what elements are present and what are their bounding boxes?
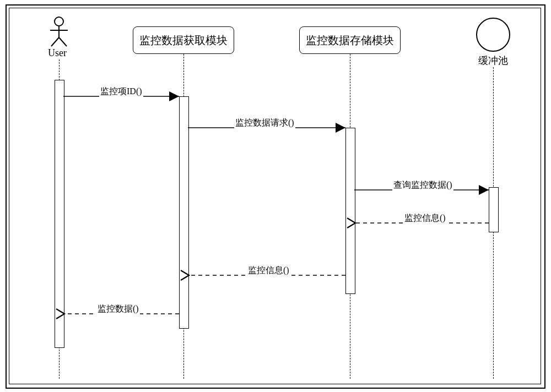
svg-line-4 bbox=[59, 37, 67, 46]
activation-user bbox=[55, 80, 64, 348]
label-m3: 查询监控数据() bbox=[392, 179, 453, 191]
activation-store bbox=[345, 128, 355, 294]
actor-user-label: User bbox=[48, 47, 67, 59]
label-m1: 监控项ID() bbox=[99, 86, 143, 97]
activation-acquire bbox=[179, 96, 189, 329]
participant-store-box: 监控数据存储模块 bbox=[299, 26, 401, 54]
label-m6: 监控数据() bbox=[96, 303, 140, 315]
participant-pool-icon bbox=[475, 17, 511, 53]
label-m2: 监控数据请求() bbox=[234, 117, 295, 129]
participant-acquire-label: 监控数据获取模块 bbox=[139, 33, 228, 48]
svg-point-5 bbox=[477, 18, 510, 51]
participant-store-label: 监控数据存储模块 bbox=[306, 33, 394, 48]
label-m5: 监控信息() bbox=[247, 265, 290, 276]
inner-border bbox=[9, 8, 541, 384]
actor-user-icon bbox=[47, 17, 71, 47]
activation-pool bbox=[489, 187, 499, 232]
svg-point-0 bbox=[55, 17, 63, 26]
label-m4: 监控信息() bbox=[403, 213, 447, 224]
svg-line-3 bbox=[51, 37, 59, 46]
participant-acquire-box: 监控数据获取模块 bbox=[133, 26, 234, 54]
participant-pool-label: 缓冲池 bbox=[478, 54, 508, 67]
sequence-diagram-canvas: User 监控数据获取模块 监控数据存储模块 缓冲池 bbox=[0, 0, 551, 392]
